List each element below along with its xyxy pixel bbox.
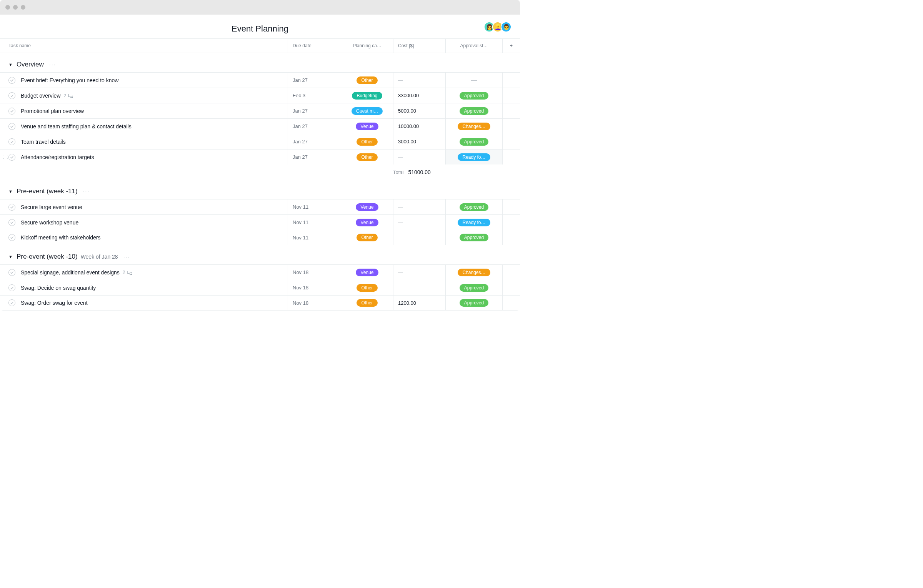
task-status-cell[interactable]: Approved bbox=[445, 103, 502, 118]
complete-task-checkbox[interactable] bbox=[8, 92, 15, 99]
task-status-cell[interactable]: Changes… bbox=[445, 265, 502, 280]
task-due-date[interactable]: Nov 11 bbox=[288, 230, 341, 245]
complete-task-checkbox[interactable] bbox=[8, 219, 15, 226]
task-name[interactable]: Swag: Decide on swag quantity bbox=[15, 285, 288, 291]
task-row[interactable]: ⋮⋮Attendance/registration targetsJan 27O… bbox=[0, 149, 520, 164]
task-status-cell[interactable]: — bbox=[445, 73, 502, 88]
task-row[interactable]: Team travel detailsJan 27Other3000.00App… bbox=[0, 134, 520, 149]
complete-task-checkbox[interactable] bbox=[8, 154, 15, 161]
subtask-indicator[interactable]: 2 bbox=[64, 93, 73, 98]
section-collapse-toggle[interactable]: ▼ bbox=[8, 254, 13, 259]
task-cost-cell[interactable]: — bbox=[393, 149, 445, 164]
task-cost-cell[interactable]: — bbox=[393, 265, 445, 280]
task-cost-cell[interactable]: 33000.00 bbox=[393, 88, 445, 103]
task-due-date[interactable]: Nov 11 bbox=[288, 215, 341, 230]
task-name[interactable]: Swag: Order swag for event bbox=[15, 300, 288, 306]
task-due-date[interactable]: Nov 18 bbox=[288, 296, 341, 310]
task-category-cell[interactable]: Other bbox=[341, 280, 393, 295]
task-status-cell[interactable]: Approved bbox=[445, 88, 502, 103]
task-due-date[interactable]: Jan 27 bbox=[288, 119, 341, 134]
section-more-icon[interactable]: ··· bbox=[83, 188, 90, 194]
task-row[interactable]: Swag: Decide on swag quantityNov 18Other… bbox=[0, 280, 520, 295]
complete-task-checkbox[interactable] bbox=[8, 77, 15, 84]
complete-task-checkbox[interactable] bbox=[8, 269, 15, 276]
task-row[interactable]: Budget overview2 Feb 3Budgeting33000.00A… bbox=[0, 88, 520, 103]
task-name[interactable]: Attendance/registration targets bbox=[15, 154, 288, 160]
window-close-button[interactable] bbox=[5, 5, 10, 10]
section-title[interactable]: Pre-event (week -11) bbox=[17, 188, 78, 195]
task-name[interactable]: Special signage, additional event design… bbox=[15, 269, 288, 276]
task-cost-cell[interactable]: — bbox=[393, 215, 445, 230]
task-status-cell[interactable]: Changes… bbox=[445, 119, 502, 134]
task-due-date[interactable]: Jan 27 bbox=[288, 103, 341, 118]
section-collapse-toggle[interactable]: ▼ bbox=[8, 62, 13, 67]
task-row[interactable]: Event brief: Everything you need to know… bbox=[0, 72, 520, 88]
complete-task-checkbox[interactable] bbox=[8, 108, 15, 115]
task-category-cell[interactable]: Other bbox=[341, 73, 393, 88]
task-name[interactable]: Venue and team staffing plan & contact d… bbox=[15, 123, 288, 130]
task-category-cell[interactable]: Venue bbox=[341, 265, 393, 280]
task-name[interactable]: Secure workshop venue bbox=[15, 219, 288, 226]
task-cost-cell[interactable]: — bbox=[393, 280, 445, 295]
collaborator-avatar[interactable]: 👨 bbox=[501, 22, 511, 32]
task-status-cell[interactable]: Approved bbox=[445, 199, 502, 214]
task-category-cell[interactable]: Budgeting bbox=[341, 88, 393, 103]
task-cost-cell[interactable]: 3000.00 bbox=[393, 134, 445, 149]
task-name[interactable]: Budget overview2 bbox=[15, 93, 288, 99]
task-category-cell[interactable]: Venue bbox=[341, 199, 393, 214]
section-title[interactable]: Pre-event (week -10) bbox=[17, 253, 78, 261]
task-status-cell[interactable]: Ready fo… bbox=[445, 215, 502, 230]
column-planning-category[interactable]: Planning ca… bbox=[341, 39, 393, 53]
task-category-cell[interactable]: Other bbox=[341, 230, 393, 245]
task-cost-cell[interactable]: — bbox=[393, 230, 445, 245]
task-cost-cell[interactable]: 1200.00 bbox=[393, 296, 445, 310]
task-category-cell[interactable]: Venue bbox=[341, 215, 393, 230]
task-due-date[interactable]: Nov 11 bbox=[288, 199, 341, 214]
task-cost-cell[interactable]: — bbox=[393, 73, 445, 88]
task-name[interactable]: Secure large event venue bbox=[15, 204, 288, 210]
task-row[interactable]: Swag: Order swag for eventNov 18Other120… bbox=[0, 295, 520, 311]
task-status-cell[interactable]: Approved bbox=[445, 280, 502, 295]
task-row[interactable]: Special signage, additional event design… bbox=[0, 264, 520, 280]
column-task-name[interactable]: Task name bbox=[0, 43, 288, 48]
add-column-button[interactable]: + bbox=[502, 39, 520, 53]
task-category-cell[interactable]: Venue bbox=[341, 119, 393, 134]
task-row[interactable]: Kickoff meeting with stakeholdersNov 11O… bbox=[0, 230, 520, 245]
column-cost[interactable]: Cost [$] bbox=[393, 39, 445, 53]
column-due-date[interactable]: Due date bbox=[288, 39, 341, 53]
task-status-cell[interactable]: Approved bbox=[445, 230, 502, 245]
drag-handle-icon[interactable]: ⋮⋮ bbox=[2, 155, 9, 159]
task-category-cell[interactable]: Other bbox=[341, 296, 393, 310]
task-status-cell[interactable]: Ready fo… bbox=[445, 149, 502, 164]
task-row[interactable]: Promotional plan overviewJan 27Guest m…5… bbox=[0, 103, 520, 118]
subtask-indicator[interactable]: 2 bbox=[123, 270, 132, 275]
task-name[interactable]: Event brief: Everything you need to know bbox=[15, 77, 288, 83]
task-due-date[interactable]: Jan 27 bbox=[288, 134, 341, 149]
task-due-date[interactable]: Nov 18 bbox=[288, 265, 341, 280]
section-more-icon[interactable]: ··· bbox=[49, 61, 56, 68]
task-due-date[interactable]: Jan 27 bbox=[288, 149, 341, 164]
task-category-cell[interactable]: Other bbox=[341, 149, 393, 164]
task-name[interactable]: Promotional plan overview bbox=[15, 108, 288, 114]
task-row[interactable]: Secure large event venueNov 11Venue—Appr… bbox=[0, 199, 520, 214]
window-minimize-button[interactable] bbox=[13, 5, 18, 10]
complete-task-checkbox[interactable] bbox=[8, 123, 15, 130]
section-title[interactable]: Overview bbox=[17, 61, 44, 68]
section-collapse-toggle[interactable]: ▼ bbox=[8, 189, 13, 194]
task-cost-cell[interactable]: — bbox=[393, 199, 445, 214]
task-due-date[interactable]: Jan 27 bbox=[288, 73, 341, 88]
task-category-cell[interactable]: Guest m… bbox=[341, 103, 393, 118]
task-name[interactable]: Kickoff meeting with stakeholders bbox=[15, 234, 288, 241]
complete-task-checkbox[interactable] bbox=[8, 284, 15, 291]
task-status-cell[interactable]: Approved bbox=[445, 134, 502, 149]
complete-task-checkbox[interactable] bbox=[8, 234, 15, 241]
task-cost-cell[interactable]: 10000.00 bbox=[393, 119, 445, 134]
task-row[interactable]: Secure workshop venueNov 11Venue—Ready f… bbox=[0, 214, 520, 230]
task-name[interactable]: Team travel details bbox=[15, 139, 288, 145]
complete-task-checkbox[interactable] bbox=[8, 299, 15, 306]
task-category-cell[interactable]: Other bbox=[341, 134, 393, 149]
task-due-date[interactable]: Nov 18 bbox=[288, 280, 341, 295]
task-row[interactable]: Venue and team staffing plan & contact d… bbox=[0, 118, 520, 134]
task-due-date[interactable]: Feb 3 bbox=[288, 88, 341, 103]
task-cost-cell[interactable]: 5000.00 bbox=[393, 103, 445, 118]
